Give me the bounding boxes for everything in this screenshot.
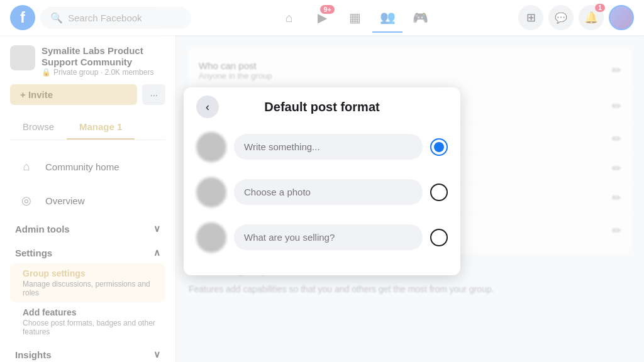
modal-overlay: ‹ Default post format (0, 0, 644, 362)
default-post-format-modal: ‹ Default post format (184, 87, 460, 275)
modal-back-button[interactable]: ‹ (196, 96, 219, 118)
option-input-write[interactable] (234, 134, 423, 160)
radio-write[interactable] (430, 138, 448, 156)
option-write (196, 127, 448, 167)
option-avatar-write (196, 132, 226, 162)
option-sell (196, 217, 448, 258)
radio-photo[interactable] (430, 184, 448, 201)
radio-sell[interactable] (430, 229, 448, 246)
modal-title: Default post format (264, 100, 379, 114)
option-photo (196, 172, 448, 212)
modal-header: ‹ Default post format (196, 100, 448, 114)
option-avatar-sell (196, 222, 226, 253)
option-input-photo[interactable] (234, 179, 423, 205)
option-avatar-photo (196, 177, 226, 207)
option-input-sell[interactable] (234, 224, 423, 250)
